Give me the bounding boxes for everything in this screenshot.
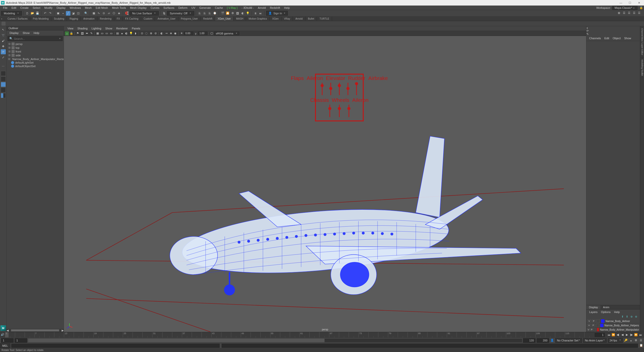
layout-custom-icon[interactable] bbox=[1, 82, 6, 87]
channelbox-menu-show[interactable]: Show bbox=[622, 36, 633, 40]
auto-key-icon[interactable]: 🔑 bbox=[624, 338, 628, 342]
attr-editor-toggle-icon[interactable]: ☰ bbox=[628, 11, 632, 15]
menu-mesh-tools[interactable]: Mesh Tools bbox=[110, 6, 128, 10]
step-forward-key-icon[interactable]: ⏩ bbox=[634, 333, 638, 337]
light-editor-icon[interactable]: 💡 bbox=[246, 11, 250, 16]
viewport-menu-panels[interactable]: Panels bbox=[130, 27, 142, 30]
history-icon[interactable]: ⎘ bbox=[208, 11, 212, 16]
toggle-dg-icon[interactable]: ⏯ bbox=[258, 11, 263, 16]
shelf-tab-poly[interactable]: Poly Modeling bbox=[30, 17, 51, 21]
paint-select-tool-icon[interactable]: 🖌 bbox=[1, 38, 6, 43]
menu-uv[interactable]: UV bbox=[189, 6, 197, 10]
layer-color-swatch[interactable] bbox=[601, 319, 605, 323]
menu-file[interactable]: File bbox=[1, 6, 10, 10]
character-set-dropdown[interactable]: No Character Set▼ bbox=[555, 338, 582, 343]
menu-mesh[interactable]: Mesh bbox=[83, 6, 94, 10]
save-scene-icon[interactable]: 💾 bbox=[35, 11, 40, 16]
symmetry-dropdown[interactable]: Symmetry: Off▼ bbox=[167, 11, 194, 16]
ipr-render-icon[interactable]: 🎦 bbox=[225, 11, 230, 16]
tool-settings-toggle-icon[interactable]: ☰ bbox=[633, 11, 637, 15]
layer-row[interactable]: V P Narrow_Body_Airliner_Helpers bbox=[586, 323, 640, 328]
anim-prefs-icon[interactable]: ⚙ bbox=[634, 338, 638, 342]
isolate-select-icon[interactable]: ⊙ bbox=[140, 31, 144, 35]
lasso-tool-icon[interactable]: ➰ bbox=[1, 33, 6, 38]
channelbox-menu-object[interactable]: Object bbox=[611, 36, 622, 40]
shaded-icon[interactable]: ● bbox=[120, 31, 124, 35]
textured-icon[interactable]: ◐ bbox=[125, 31, 129, 35]
outliner-item-side[interactable]: ⊞side bbox=[8, 53, 63, 57]
layers-menu-options[interactable]: Options bbox=[599, 310, 612, 314]
layout-outliner-persp-icon[interactable] bbox=[1, 93, 6, 98]
outliner-item-front[interactable]: ⊞front bbox=[8, 50, 63, 53]
layer-name[interactable]: Narrow_Body_Airliner_Manipulator bbox=[600, 328, 639, 331]
attr-editor-icon[interactable]: ⬥ bbox=[586, 26, 640, 29]
select-edge-icon[interactable]: ╱ bbox=[66, 11, 70, 16]
move-tool-icon[interactable]: ✥ bbox=[1, 44, 6, 49]
outliner-search-input[interactable]: 🔍 Search... ▼ bbox=[8, 36, 63, 41]
shelf-tab-xgen-user[interactable]: XGen_User bbox=[215, 17, 233, 21]
shelf-tab-arnold[interactable]: Arnold bbox=[293, 17, 305, 21]
construction-history-icon[interactable]: ⌚ bbox=[213, 11, 217, 16]
menu-select[interactable]: Select bbox=[31, 6, 43, 10]
motion-blur-icon[interactable]: ⇝ bbox=[164, 31, 168, 35]
xray-components-icon[interactable]: ⊘ bbox=[153, 31, 157, 35]
layer-row[interactable]: V P Narrow_Body_Airliner_Manipulator bbox=[586, 328, 640, 332]
time-slider[interactable]: 🔊 17131925313743495561677379859197103109… bbox=[0, 332, 644, 337]
anim-start-field[interactable]: 1 bbox=[1, 338, 14, 343]
menu-curves[interactable]: Curves bbox=[149, 6, 162, 10]
set-key-icon[interactable]: ⬥ bbox=[629, 338, 633, 342]
layout-two-h-icon[interactable] bbox=[1, 87, 6, 93]
layer-row[interactable]: V P Narrow_Body_Airliner bbox=[586, 319, 640, 323]
film-gate-icon[interactable]: ▭ bbox=[100, 31, 104, 35]
gamma-icon[interactable]: γ bbox=[194, 31, 198, 35]
shelf-tab-redshift[interactable]: Redshift bbox=[200, 17, 215, 21]
snap-grid-icon[interactable]: ▦ bbox=[92, 11, 96, 16]
menu-display[interactable]: Display bbox=[55, 6, 68, 10]
render-settings-icon[interactable]: ⚙ bbox=[230, 11, 235, 16]
anim-end-field[interactable]: 200 bbox=[537, 338, 549, 343]
shelf-tab-animation[interactable]: Animation bbox=[81, 17, 97, 21]
view-transform-icon[interactable]: 🖵 bbox=[210, 31, 214, 35]
outliner-menu-help[interactable]: Help bbox=[32, 31, 42, 35]
play-forward-icon[interactable]: ▶ bbox=[625, 333, 629, 337]
channel-edit-icon[interactable]: ✎ bbox=[586, 32, 640, 36]
select-by-name-icon[interactable]: 🔍 bbox=[84, 11, 88, 16]
viewport-menu-renderer[interactable]: Renderer bbox=[114, 27, 130, 30]
fps-dropdown[interactable]: 24 fps▼ bbox=[608, 338, 623, 343]
layer-display-type[interactable] bbox=[596, 324, 599, 327]
select-camera-icon[interactable]: ⌂ bbox=[65, 31, 69, 35]
wireframe-icon[interactable]: ▤ bbox=[115, 31, 119, 35]
outliner-item-lightset[interactable]: defaultLightSet bbox=[8, 61, 63, 64]
viewport-menu-view[interactable]: View bbox=[65, 27, 75, 30]
menu-create[interactable]: Create bbox=[18, 6, 31, 10]
lock-camera-icon[interactable]: 🔒 bbox=[69, 31, 73, 35]
play-back-icon[interactable]: ◀ bbox=[620, 333, 624, 337]
layer-visibility-toggle[interactable]: V bbox=[587, 324, 591, 327]
move-layer-up-icon[interactable]: ⬆ bbox=[621, 315, 625, 319]
grease-pencil-icon[interactable]: ✎ bbox=[89, 31, 93, 35]
layers-tab-display[interactable]: Display bbox=[586, 305, 600, 309]
shelf-tab-fx[interactable]: FX bbox=[114, 17, 123, 21]
snap-view-icon[interactable]: ◈ bbox=[117, 11, 121, 16]
step-back-icon[interactable]: ◀| bbox=[616, 333, 620, 337]
layer-color-swatch[interactable] bbox=[597, 328, 599, 331]
snap-surface-icon[interactable]: ⬡ bbox=[112, 11, 116, 16]
goto-end-icon[interactable]: ⏭ bbox=[638, 333, 642, 337]
gate-mask-icon[interactable]: ▭ bbox=[109, 31, 113, 35]
range-start-field[interactable]: 1 bbox=[15, 338, 27, 343]
outliner-item-top[interactable]: ⊞top bbox=[8, 46, 63, 50]
menu-3dtoall[interactable]: - 3DtoAll - bbox=[239, 6, 256, 10]
layers-tab-anim[interactable]: Anim bbox=[600, 305, 612, 309]
outliner-item-objectset[interactable]: defaultObjectSet bbox=[8, 64, 63, 68]
close-button[interactable]: ✕ bbox=[636, 1, 642, 5]
grid-icon[interactable]: ▦ bbox=[96, 31, 100, 35]
goto-start-icon[interactable]: ⏮ bbox=[607, 333, 611, 337]
viewport-menu-show[interactable]: Show bbox=[103, 27, 114, 30]
layout-single-icon[interactable] bbox=[1, 71, 6, 76]
viewport-3d[interactable]: Flaps Aileron Elevator Rudder Airbrake bbox=[64, 36, 586, 332]
history-out-icon[interactable]: ⎘ bbox=[203, 11, 207, 16]
character-set-icon[interactable]: 👤 bbox=[550, 338, 554, 342]
shelf-tab-rigging[interactable]: Rigging bbox=[67, 17, 81, 21]
new-scene-icon[interactable]: 🗋 bbox=[25, 11, 30, 16]
dof-icon[interactable]: ◉ bbox=[173, 31, 177, 35]
